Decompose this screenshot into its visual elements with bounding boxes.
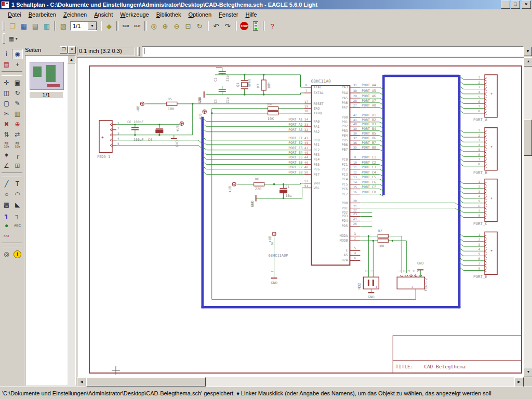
capacitor[interactable]	[156, 130, 163, 133]
resistor[interactable]	[254, 182, 264, 186]
tool-net[interactable]: ┐	[12, 210, 23, 220]
scroll-up-icon[interactable]: ▲	[68, 56, 75, 63]
resistor[interactable]	[167, 102, 177, 105]
pin-number[interactable]: 32	[304, 128, 309, 131]
scroll-down-icon[interactable]: ▼	[524, 368, 532, 377]
tool-delete[interactable]: ✖	[1, 119, 12, 129]
part-name[interactable]: PORT_A	[473, 117, 487, 122]
pin-number[interactable]: 2	[478, 134, 480, 137]
polarity-mark[interactable]: +	[490, 249, 493, 253]
pin-number[interactable]: 27	[353, 103, 357, 107]
pin-number[interactable]: 8	[478, 162, 480, 166]
pin-number[interactable]: 2	[365, 270, 368, 272]
net-label[interactable]: PORT_B4	[362, 127, 376, 131]
pin-name[interactable]: PC1	[342, 163, 348, 167]
tool-change[interactable]: ✎	[12, 98, 23, 109]
net-label[interactable]: PORT_C8	[362, 190, 376, 194]
pin-number[interactable]: 24	[353, 217, 357, 220]
resistor[interactable]	[261, 80, 266, 90]
pin-number[interactable]: 5	[478, 95, 480, 99]
tool-junction[interactable]: ●	[1, 220, 12, 231]
pin-number[interactable]: 6	[354, 256, 356, 260]
tool-show[interactable]: ◉	[12, 49, 23, 59]
part-value[interactable]: 100µF	[134, 138, 144, 142]
pin-number[interactable]: 5	[117, 142, 119, 145]
part-value[interactable]: 10µ	[286, 194, 292, 198]
part-name[interactable]: C3	[214, 99, 218, 103]
erc-lights-button[interactable]	[250, 21, 261, 31]
redo-button[interactable]: ↷	[222, 21, 233, 31]
net-label[interactable]: PORT_C4	[362, 170, 376, 175]
gnd-label[interactable]: GND	[417, 261, 424, 265]
capacitor[interactable]	[280, 190, 287, 193]
pin-number[interactable]: 31	[353, 83, 357, 87]
pin-name[interactable]: PE6	[313, 167, 320, 171]
part-value[interactable]: 10M	[267, 83, 271, 89]
pin-number[interactable]: 1	[478, 233, 480, 236]
part-value[interactable]: 22p	[225, 97, 230, 103]
pin-name[interactable]: R/W	[342, 258, 348, 262]
pin-name[interactable]: XTAL	[313, 85, 322, 89]
pin-name[interactable]: PE5	[313, 163, 320, 167]
part-name[interactable]: R6	[255, 177, 259, 181]
net-label[interactable]: PORT_C7	[362, 185, 376, 189]
pin-number[interactable]: 11	[353, 165, 357, 169]
pin-name[interactable]: PA3	[342, 85, 348, 89]
pin-name[interactable]: PD2	[342, 210, 348, 215]
pin-name[interactable]: PC6	[342, 187, 348, 191]
pin-name[interactable]: RESET	[313, 102, 324, 106]
pin-name[interactable]: PA6	[342, 101, 348, 105]
pin-name[interactable]: PE7	[313, 172, 320, 177]
tool-name[interactable]: R210k	[1, 140, 12, 150]
pin-number[interactable]: 6	[478, 100, 480, 103]
part-value[interactable]: 8MHz	[247, 78, 251, 87]
help-button[interactable]: ?	[267, 21, 278, 31]
tool-cut[interactable]: ✂	[1, 109, 12, 119]
net-label[interactable]: PORT_E4	[288, 151, 302, 155]
pin-name[interactable]: PB2	[342, 124, 348, 128]
pin-number[interactable]: 1	[478, 128, 480, 132]
menu-item-fenster[interactable]: Fenster	[215, 10, 242, 19]
pin-number[interactable]: 5	[478, 199, 480, 203]
print-button[interactable]: ▤	[30, 21, 41, 31]
pin-number[interactable]: 5	[354, 246, 356, 250]
menu-item-zeichnen[interactable]: Zeichnen	[60, 10, 90, 19]
pin-name[interactable]: PC5	[342, 182, 348, 187]
gnd-label[interactable]: GND	[271, 281, 277, 285]
toolbar-grip[interactable]	[3, 33, 5, 44]
pin-number[interactable]: 4	[478, 143, 480, 147]
pin-number[interactable]: 15	[353, 185, 357, 189]
tool-wire[interactable]: ╱	[1, 179, 12, 189]
net-label[interactable]: PORT_A8	[362, 103, 376, 108]
pin-number[interactable]: 18	[304, 109, 309, 113]
menu-item-hilfe[interactable]: Hilfe	[242, 10, 260, 19]
undo-button[interactable]: ↶	[210, 21, 222, 31]
tool-text[interactable]: T	[12, 179, 23, 189]
pin-number[interactable]: 17	[304, 100, 309, 103]
pin-number[interactable]: 41	[353, 118, 357, 122]
net-label[interactable]: PORT_A6	[362, 94, 376, 98]
pin-number[interactable]: 4	[412, 270, 415, 272]
part-name[interactable]: PORT_E	[473, 274, 487, 279]
pin-number[interactable]: 2	[478, 184, 480, 188]
pin-name[interactable]: PE2	[313, 148, 320, 152]
pin-name[interactable]: IRQ	[313, 107, 320, 111]
vcc-label[interactable]: +UB	[228, 186, 232, 193]
pin-number[interactable]: 50	[304, 170, 309, 174]
net-label[interactable]: PORT_A5	[362, 89, 376, 93]
export-image-button[interactable]: ▥	[41, 21, 52, 31]
net-label[interactable]: PORT_A4	[362, 83, 376, 87]
pin-number[interactable]: 10	[353, 161, 357, 164]
tool-split[interactable]: ∠	[1, 161, 12, 171]
stop-button[interactable]: STOP	[238, 21, 250, 31]
pin-name[interactable]: PD4	[342, 219, 348, 223]
pin-number[interactable]: 12	[353, 170, 357, 174]
pin-number[interactable]: 1	[478, 180, 480, 183]
menu-item-ansicht[interactable]: Ansicht	[90, 10, 116, 19]
part-name[interactable]: R4	[268, 102, 272, 107]
resistor[interactable]	[268, 107, 278, 110]
polarity-mark[interactable]: +	[490, 145, 493, 149]
net-label[interactable]: PORT_E5	[288, 155, 302, 159]
pin-number[interactable]: 2	[478, 237, 480, 241]
pin-number[interactable]: 2	[117, 126, 119, 130]
